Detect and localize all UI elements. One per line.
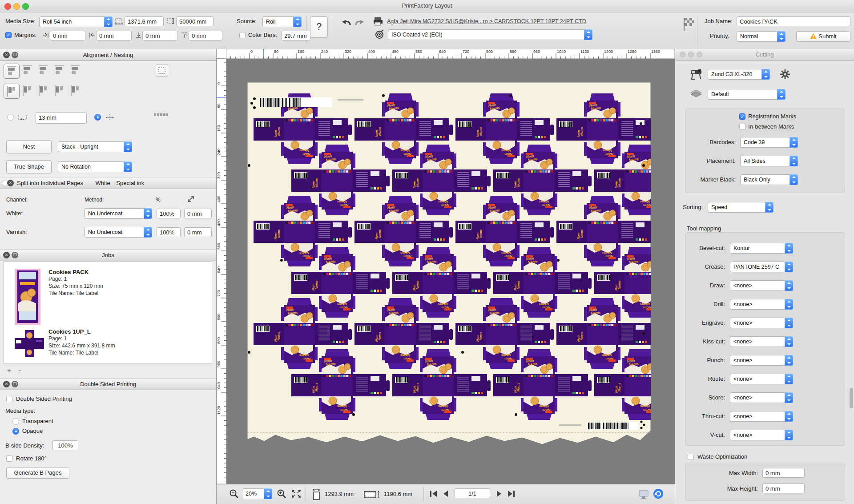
bside-density-field[interactable]: 100% [52, 440, 78, 450]
margin-right-field[interactable]: 0 mm [50, 31, 85, 40]
fit-to-window-icon[interactable] [291, 489, 301, 500]
channel-offset-field-0[interactable]: 0 mm [184, 209, 212, 218]
nest-mode-select[interactable]: Stack - Upright [58, 141, 132, 152]
remove-job-button[interactable]: - [19, 367, 21, 374]
align-button-align-top[interactable] [4, 84, 20, 99]
tool-select-10[interactable]: <none> [730, 430, 793, 440]
zoom-level-select[interactable]: 20% [242, 488, 272, 499]
max-width-field[interactable]: 0 mm [762, 468, 805, 478]
device-settings-gear-icon[interactable] [780, 69, 790, 81]
generate-b-pages-button[interactable]: Generate B Pages [6, 467, 69, 479]
mark-select-2[interactable]: Black Only [740, 174, 798, 185]
inbetween-marks-checkbox[interactable] [739, 124, 745, 130]
help-button[interactable]: ? [310, 16, 328, 38]
submit-button[interactable]: Submit [796, 31, 850, 42]
tool-select-1[interactable]: PANTONE 2597 C [730, 262, 793, 272]
priority-select[interactable]: Normal [737, 31, 786, 42]
proof-display-icon[interactable] [638, 489, 650, 501]
fixed-spacing-radio[interactable] [7, 114, 14, 121]
align-button-snap-h[interactable] [68, 64, 84, 79]
expand-diagonal-icon[interactable] [187, 195, 195, 205]
margin-top-field2[interactable]: 0 mm [189, 31, 222, 40]
icc-profile-select[interactable]: ISO Coated v2 (ECI) [388, 29, 592, 40]
align-button-distribute-h[interactable] [52, 64, 68, 79]
cutting-scrollbar[interactable] [850, 388, 853, 408]
auto-spacing-radio[interactable] [94, 114, 101, 121]
sorting-select[interactable]: Speed [708, 202, 773, 213]
channel-percent-field-1[interactable]: 100% [157, 227, 181, 237]
media-height-field[interactable]: 50000 mm [176, 16, 214, 26]
tool-select-7[interactable]: <none> [730, 374, 793, 384]
channel-method-select-1[interactable]: No Undercoat [85, 227, 152, 238]
rotation-select[interactable]: No Rotation [58, 161, 132, 172]
zoom-in-icon[interactable] [277, 489, 286, 500]
channel-percent-field-0[interactable]: 100% [157, 209, 181, 218]
mark-select-1[interactable]: All Sides [740, 156, 798, 166]
align-button-align-center-h[interactable] [20, 64, 36, 79]
split-close-icon[interactable]: ✕ [7, 180, 14, 186]
rotate-180-checkbox[interactable] [6, 456, 12, 462]
previous-page-icon[interactable] [443, 491, 448, 497]
channel-method-select-0[interactable]: No Undercoat [85, 208, 152, 219]
margin-top-field[interactable]: 0 mm [96, 31, 132, 40]
margins-checkbox[interactable]: ✓ [5, 32, 12, 38]
tool-select-6[interactable]: <none> [730, 355, 793, 366]
close-panel-icon[interactable]: ✕ [3, 52, 10, 58]
redo-icon[interactable] [354, 18, 366, 28]
source-select[interactable]: Roll [262, 16, 302, 27]
spacing-field[interactable]: 13 mm [36, 112, 87, 124]
tool-select-0[interactable]: Kontur [730, 243, 793, 254]
close-panel-icon[interactable]: ✕ [3, 381, 10, 387]
tool-select-8[interactable]: <none> [730, 392, 793, 403]
registration-marks-checkbox[interactable]: ✓ [739, 113, 745, 120]
tab-special-ink[interactable]: Special ink [116, 180, 144, 186]
media-width-field[interactable]: 1371.6 mm [125, 16, 164, 26]
max-height-field[interactable]: 0 mm [762, 484, 805, 493]
last-page-icon[interactable] [513, 491, 515, 497]
margin-bottom-field[interactable]: 0 mm [142, 31, 178, 40]
nest-button[interactable]: Nest [6, 140, 52, 153]
job-name-field[interactable]: Cookies PACK [737, 16, 850, 26]
align-button-align-bottom[interactable] [36, 84, 52, 99]
page-number-field[interactable]: 1/1 [455, 488, 490, 498]
undock-panel-icon[interactable]: ❐ [12, 381, 18, 387]
waste-optimization-checkbox[interactable] [688, 454, 694, 460]
close-panel-icon[interactable]: ✕ [3, 252, 10, 258]
align-button-distribute-v[interactable] [52, 84, 68, 99]
channel-offset-field-1[interactable]: 0 mm [184, 227, 212, 237]
printer-queue-link[interactable]: Agfa Jeti Mira MG2732 S/HS@Kriste...ro >… [387, 18, 586, 24]
align-button-snap-v[interactable] [68, 84, 84, 99]
tab-white[interactable]: White [96, 180, 110, 186]
transparent-radio[interactable] [12, 418, 19, 425]
undock-panel-icon[interactable]: ❐ [12, 52, 18, 58]
marquee-select-button[interactable] [156, 64, 168, 77]
undo-icon[interactable] [340, 18, 352, 28]
align-button-align-right[interactable] [36, 64, 52, 79]
align-button-align-middle-v[interactable] [20, 84, 36, 99]
tool-select-2[interactable]: <none> [730, 280, 793, 291]
zoom-out-icon[interactable] [229, 489, 239, 500]
color-bars-checkbox[interactable] [239, 32, 246, 38]
tool-select-5[interactable]: <none> [730, 336, 793, 347]
job-list-item[interactable]: Cookies PACKPage: 1Size: 75 mm x 120 mmT… [4, 267, 213, 327]
color-bars-field[interactable]: 29.7 mm [281, 31, 310, 40]
tool-select-9[interactable]: <none> [730, 411, 793, 422]
media-size-select[interactable]: Roll 54 inch [39, 16, 113, 27]
add-job-button[interactable]: + [7, 367, 11, 374]
true-shape-button[interactable]: True-Shape [6, 160, 52, 173]
last-page-icon[interactable] [508, 491, 512, 497]
first-page-icon[interactable] [430, 491, 431, 497]
tool-select-3[interactable]: <none> [730, 299, 793, 310]
mark-select-0[interactable]: Code 39 [740, 137, 798, 148]
cutter-device-select[interactable]: Zund G3 XL-320 [708, 69, 770, 80]
opaque-radio[interactable] [12, 428, 19, 435]
tool-select-4[interactable]: <none> [730, 318, 793, 328]
undock-panel-icon[interactable]: ❐ [12, 252, 18, 258]
double-sided-checkbox[interactable] [6, 396, 12, 402]
next-page-icon[interactable] [497, 491, 501, 497]
refresh-preview-icon[interactable] [653, 488, 664, 501]
first-page-icon[interactable] [432, 491, 437, 497]
cut-preset-select[interactable]: Default [708, 89, 786, 100]
align-button-align-left[interactable] [4, 64, 20, 79]
layout-canvas[interactable]: NomNomsNomNomsNomNomsNomNomsNomNomsNomNo… [226, 59, 675, 484]
